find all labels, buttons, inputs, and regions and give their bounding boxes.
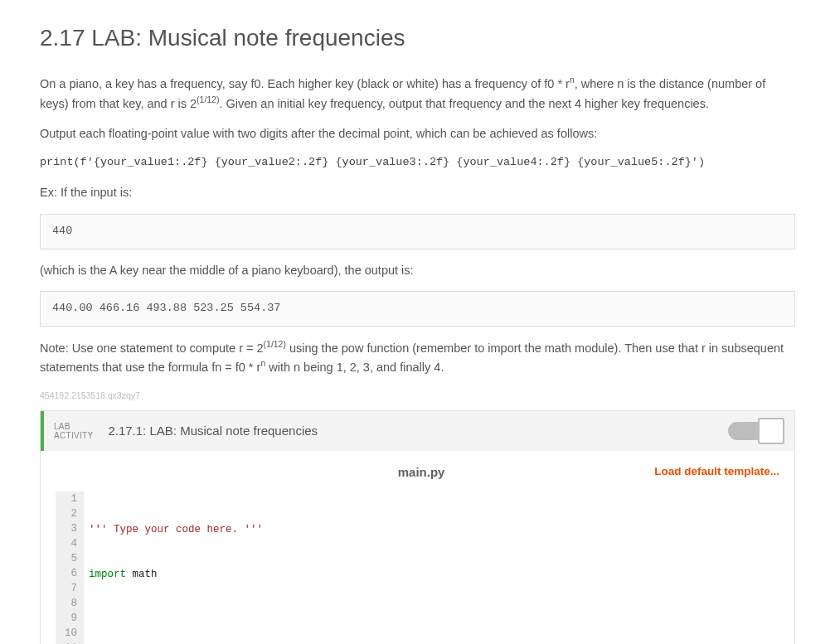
- superscript: (1/12): [264, 340, 286, 349]
- text: . Given an initial key frequency, output…: [219, 97, 709, 110]
- intro-paragraph: On a piano, a key has a frequency, say f…: [40, 74, 795, 113]
- view-toggle[interactable]: [728, 418, 784, 444]
- line-number: 10: [59, 626, 77, 641]
- code-editor[interactable]: 1 2 3 4 5 6 7 8 9 10 11 12 ''' Type your…: [56, 490, 779, 644]
- text: Note: Use one statement to compute r = 2: [40, 341, 264, 355]
- print-example-code: print(f'{your_value1:.2f} {your_value2:.…: [40, 154, 795, 172]
- code-line: ''' Type your code here. ''': [89, 522, 401, 537]
- input-block: 440: [40, 214, 795, 249]
- lab-activity-title: 2.17.1: LAB: Musical note frequencies: [108, 421, 318, 440]
- line-gutter: 1 2 3 4 5 6 7 8 9 10 11 12: [56, 491, 84, 644]
- example-label: Ex: If the input is:: [40, 183, 795, 201]
- text: with n being 1, 2, 3, and finally 4.: [265, 361, 444, 374]
- lab-badge-line1: LAB: [54, 422, 93, 432]
- load-default-template-link[interactable]: Load default template...: [654, 463, 779, 481]
- output-instruction: Output each floating-point value with tw…: [40, 124, 795, 143]
- text: On a piano, a key has a frequency, say f…: [40, 77, 570, 90]
- code-line: [89, 612, 401, 627]
- meta-id: 454192.2153518.qx3zqy7: [40, 389, 795, 402]
- which-is-text: (which is the A key near the middle of a…: [40, 261, 795, 279]
- line-number: 5: [59, 551, 77, 566]
- code-line: import math: [89, 567, 401, 582]
- note-paragraph: Note: Use one statement to compute r = 2…: [40, 338, 795, 377]
- lab-badge: LAB ACTIVITY: [54, 422, 93, 441]
- lab-badge-line2: ACTIVITY: [54, 431, 93, 441]
- line-number: 6: [59, 566, 77, 581]
- lab-header: LAB ACTIVITY 2.17.1: LAB: Musical note f…: [41, 411, 794, 451]
- superscript: (1/12): [197, 95, 219, 104]
- line-number: 3: [59, 521, 77, 536]
- line-number: 9: [59, 611, 77, 626]
- output-block: 440.00 466.16 493.88 523.25 554.37: [40, 291, 795, 327]
- line-number: 1: [59, 491, 77, 506]
- editor-toolbar: main.py Load default template...: [41, 451, 794, 490]
- toggle-box-icon: [758, 418, 784, 444]
- line-number: 7: [59, 581, 77, 596]
- page-title: 2.17 LAB: Musical note frequencies: [40, 20, 795, 56]
- code-area[interactable]: ''' Type your code here. ''' import math…: [84, 491, 401, 644]
- filename-label: main.py: [188, 462, 654, 482]
- line-number: 4: [59, 536, 77, 551]
- line-number: 2: [59, 506, 77, 521]
- line-number: 8: [59, 596, 77, 611]
- lab-activity-box: LAB ACTIVITY 2.17.1: LAB: Musical note f…: [40, 410, 795, 644]
- line-number: 11: [59, 641, 77, 644]
